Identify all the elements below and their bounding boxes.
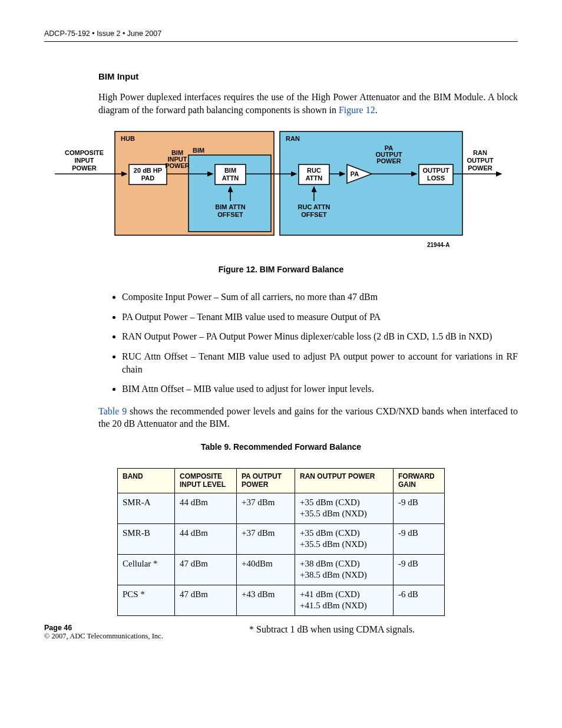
label-ran-out1: RAN — [473, 149, 487, 156]
th-forward-gain: FORWARD GAIN — [394, 468, 445, 493]
para-table-intro: Table 9 shows the recommended power leve… — [98, 405, 518, 430]
label-ran-out2: OUTPUT — [467, 157, 494, 164]
th-band: BAND — [118, 468, 175, 493]
table-recommended-forward-balance: BAND COMPOSITE INPUT LEVEL PA OUTPUT POW… — [117, 468, 445, 616]
table-cell: SMR-A — [118, 493, 175, 523]
table-cell: +38 dBm (CXD)+38.5 dBm (NXD) — [295, 554, 394, 585]
list-item: Composite Input Power – Sum of all carri… — [122, 291, 518, 304]
intro-text-before: High Power duplexed interfaces requires … — [98, 92, 518, 115]
label-input: INPUT — [75, 157, 94, 164]
table-cell: 44 dBm — [175, 523, 237, 554]
page-footer: Page 46 © 2007, ADC Telecommunications, … — [44, 624, 163, 641]
table-cell: -9 dB — [394, 554, 445, 585]
label-ruc-off2: OFFSET — [301, 211, 327, 218]
table-cell: +37 dBm — [237, 493, 295, 523]
figure-id: 21944-A — [427, 242, 449, 248]
bullet-list: Composite Input Power – Sum of all carri… — [98, 291, 518, 396]
table-cell: PCS * — [118, 585, 175, 615]
table-cell: +35 dBm (CXD)+35.5 dBm (NXD) — [295, 523, 394, 554]
label-ran: RAN — [286, 135, 300, 142]
label-ruc-attn1: RUC — [307, 167, 321, 174]
label-bim-attn2: ATTN — [222, 174, 239, 182]
page-number: Page 46 — [44, 624, 163, 632]
link-figure-12[interactable]: Figure 12 — [339, 105, 375, 115]
table-row: SMR-B44 dBm+37 dBm+35 dBm (CXD)+35.5 dBm… — [118, 523, 445, 554]
label-bim-off2: OFFSET — [217, 211, 243, 218]
label-hub: HUB — [121, 135, 135, 142]
label-pad1: 20 dB HP — [134, 167, 162, 174]
table-cell: +41 dBm (CXD)+41.5 dBm (NXD) — [295, 585, 394, 615]
label-bim-attn1: BIM — [224, 167, 236, 174]
table-row: Cellular *47 dBm+40dBm+38 dBm (CXD)+38.5… — [118, 554, 445, 585]
block-diagram: HUB RAN BIM COMPOSITE INPUT POWER 20 dB … — [44, 127, 518, 253]
table-row: PCS *47 dBm+43 dBm+41 dBm (CXD)+41.5 dBm… — [118, 585, 445, 615]
table-cell: +40dBm — [237, 554, 295, 585]
list-item: BIM Attn Offset – MIB value used to adju… — [122, 383, 518, 396]
label-bim-off1: BIM ATTN — [215, 203, 245, 210]
table-cell: -6 dB — [394, 585, 445, 615]
label-ruc-attn2: ATTN — [306, 174, 323, 182]
label-out-loss2: LOSS — [427, 174, 445, 182]
label-ran-out3: POWER — [468, 164, 492, 172]
label-power: POWER — [72, 164, 97, 172]
label-bim-group: BIM — [193, 147, 204, 154]
label-ruc-off1: RUC ATTN — [298, 203, 330, 210]
intro-text-after: . — [375, 105, 378, 115]
table-cell: -9 dB — [394, 523, 445, 554]
th-composite: COMPOSITE INPUT LEVEL — [175, 468, 237, 493]
table-cell: +43 dBm — [237, 585, 295, 615]
list-item: RAN Output Power – PA Output Power Minus… — [122, 330, 518, 343]
table-row: SMR-A44 dBm+37 dBm+35 dBm (CXD)+35.5 dBm… — [118, 493, 445, 523]
table-caption: Table 9. Recommended Forward Balance — [44, 442, 518, 452]
th-pa-output: PA OUTPUT POWER — [237, 468, 295, 493]
table-cell: SMR-B — [118, 523, 175, 554]
intro-paragraph: High Power duplexed interfaces requires … — [98, 91, 518, 116]
list-item: PA Output Power – Tenant MIB value used … — [122, 311, 518, 324]
link-table-9[interactable]: Table 9 — [98, 406, 127, 416]
table-cell: 47 dBm — [175, 554, 237, 585]
label-pa: PA — [351, 170, 359, 177]
table-cell: +37 dBm — [237, 523, 295, 554]
label-composite: COMPOSITE — [65, 149, 104, 156]
list-item: RUC Attn Offset – Tenant MIB value used … — [122, 350, 518, 375]
label-bim-input3: POWER — [165, 162, 190, 169]
section-title: BIM Input — [98, 71, 518, 81]
copyright: © 2007, ADC Telecommunications, Inc. — [44, 632, 163, 641]
running-header: ADCP-75-192 • Issue 2 • June 2007 — [44, 29, 518, 42]
para2-text: shows the recommended power levels and g… — [98, 406, 518, 429]
table-cell: -9 dB — [394, 493, 445, 523]
label-pad2: PAD — [141, 174, 154, 182]
label-pa-out3: POWER — [376, 157, 401, 164]
th-ran-output: RAN OUTPUT POWER — [295, 468, 394, 493]
figure-caption: Figure 12. BIM Forward Balance — [44, 265, 518, 274]
label-out-loss1: OUTPUT — [422, 167, 449, 174]
table-cell: Cellular * — [118, 554, 175, 585]
table-cell: 44 dBm — [175, 493, 237, 523]
table-cell: 47 dBm — [175, 585, 237, 615]
table-cell: +35 dBm (CXD)+35.5 dBm (NXD) — [295, 493, 394, 523]
